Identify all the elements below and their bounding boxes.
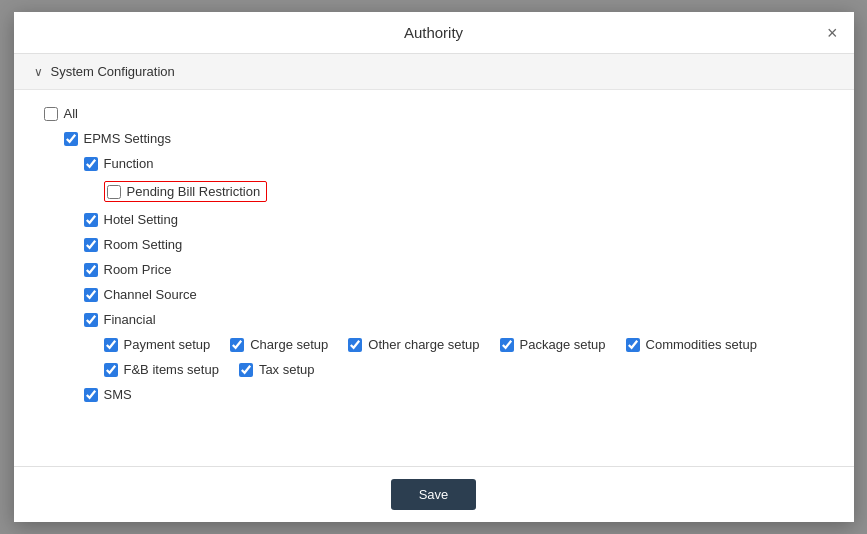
- hotel-setting-label: Hotel Setting: [104, 212, 178, 227]
- fnb-items-row: F&B items setup: [104, 362, 219, 377]
- fnb-items-label: F&B items setup: [124, 362, 219, 377]
- section-content: All EPMS Settings Function Pending Bil: [14, 90, 854, 428]
- modal-header: Authority ×: [14, 12, 854, 54]
- charge-setup-checkbox[interactable]: [230, 338, 244, 352]
- other-charge-checkbox[interactable]: [348, 338, 362, 352]
- function-checkbox[interactable]: [84, 157, 98, 171]
- hotel-setting-checkbox[interactable]: [84, 213, 98, 227]
- all-checkbox[interactable]: [44, 107, 58, 121]
- sms-row: SMS: [84, 387, 824, 402]
- modal-overlay: Authority × ∨ System Configuration All: [0, 0, 867, 534]
- room-price-row: Room Price: [84, 262, 824, 277]
- modal-footer: Save: [14, 466, 854, 522]
- pending-bill-checkbox[interactable]: [107, 185, 121, 199]
- financial-sub-row2: F&B items setup Tax setup: [104, 362, 824, 377]
- pending-bill-row: Pending Bill Restriction: [104, 181, 824, 202]
- charge-setup-row: Charge setup: [230, 337, 328, 352]
- other-charge-label: Other charge setup: [368, 337, 479, 352]
- close-button[interactable]: ×: [827, 24, 838, 42]
- epms-checkbox[interactable]: [64, 132, 78, 146]
- modal-body: ∨ System Configuration All EPMS Settings: [14, 54, 854, 466]
- authority-modal: Authority × ∨ System Configuration All: [14, 12, 854, 522]
- financial-label: Financial: [104, 312, 156, 327]
- epms-row: EPMS Settings: [64, 131, 824, 146]
- financial-checkbox[interactable]: [84, 313, 98, 327]
- sms-checkbox[interactable]: [84, 388, 98, 402]
- charge-setup-label: Charge setup: [250, 337, 328, 352]
- room-price-label: Room Price: [104, 262, 172, 277]
- room-price-checkbox[interactable]: [84, 263, 98, 277]
- package-setup-label: Package setup: [520, 337, 606, 352]
- financial-row: Financial: [84, 312, 824, 327]
- channel-source-row: Channel Source: [84, 287, 824, 302]
- tax-setup-row: Tax setup: [239, 362, 315, 377]
- function-row: Function: [84, 156, 824, 171]
- commodities-row: Commodities setup: [626, 337, 757, 352]
- chevron-down-icon: ∨: [34, 65, 43, 79]
- commodities-label: Commodities setup: [646, 337, 757, 352]
- tax-setup-label: Tax setup: [259, 362, 315, 377]
- section-header-system-config[interactable]: ∨ System Configuration: [14, 54, 854, 90]
- payment-setup-checkbox[interactable]: [104, 338, 118, 352]
- pending-restriction-highlight: Pending Bill Restriction: [104, 181, 268, 202]
- package-setup-row: Package setup: [500, 337, 606, 352]
- payment-setup-row: Payment setup: [104, 337, 211, 352]
- fnb-items-checkbox[interactable]: [104, 363, 118, 377]
- channel-source-label: Channel Source: [104, 287, 197, 302]
- section-title: System Configuration: [51, 64, 175, 79]
- epms-label: EPMS Settings: [84, 131, 171, 146]
- financial-sub-row1: Payment setup Charge setup Other charge …: [104, 337, 824, 352]
- function-label: Function: [104, 156, 154, 171]
- hotel-setting-row: Hotel Setting: [84, 212, 824, 227]
- room-setting-label: Room Setting: [104, 237, 183, 252]
- pending-bill-label: Pending Bill Restriction: [127, 184, 261, 199]
- room-setting-checkbox[interactable]: [84, 238, 98, 252]
- all-label: All: [64, 106, 78, 121]
- sms-label: SMS: [104, 387, 132, 402]
- channel-source-checkbox[interactable]: [84, 288, 98, 302]
- room-setting-row: Room Setting: [84, 237, 824, 252]
- package-setup-checkbox[interactable]: [500, 338, 514, 352]
- all-row: All: [44, 106, 824, 121]
- payment-setup-label: Payment setup: [124, 337, 211, 352]
- tax-setup-checkbox[interactable]: [239, 363, 253, 377]
- save-button[interactable]: Save: [391, 479, 477, 510]
- other-charge-row: Other charge setup: [348, 337, 479, 352]
- modal-title: Authority: [404, 24, 463, 41]
- commodities-checkbox[interactable]: [626, 338, 640, 352]
